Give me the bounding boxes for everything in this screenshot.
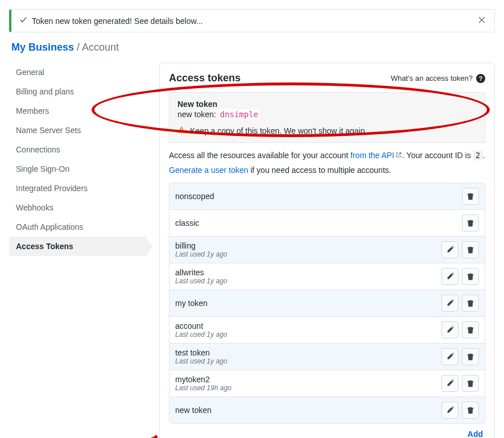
token-row: new token [170, 397, 485, 423]
delete-button[interactable] [462, 321, 479, 338]
token-value: dnsimple [218, 109, 260, 119]
breadcrumb: My Business / Account [9, 42, 495, 53]
alert-text: Token new token generated! See details b… [32, 16, 203, 26]
question-icon: ? [476, 74, 485, 83]
token-name: nonscoped [175, 192, 214, 201]
token-name: allwrites [175, 268, 227, 277]
api-link[interactable]: from the API [350, 151, 394, 160]
token-row: allwritesLast used 1y ago [170, 263, 485, 290]
new-token-title: New token [177, 100, 477, 109]
delete-button[interactable] [462, 375, 479, 392]
warning-text: Keep a copy of this token. We won't show… [190, 126, 367, 135]
token-row: accountLast used 1y ago [170, 317, 485, 344]
token-meta: Last used 1y ago [175, 250, 227, 258]
help-link[interactable]: What's an access token? ? [391, 74, 485, 83]
token-meta: Last used 1y ago [175, 357, 227, 365]
sidebar-item-general[interactable]: General [9, 63, 146, 82]
token-meta: Last used 1y ago [175, 277, 227, 285]
alert-bar: Token new token generated! See details b… [9, 9, 495, 32]
breadcrumb-page: Account [82, 42, 119, 53]
user-token-line: Generate a user token if you need access… [169, 166, 485, 175]
svg-rect-0 [181, 128, 181, 130]
token-name: billing [175, 241, 227, 250]
sidebar-item-name-server-sets[interactable]: Name Server Sets [9, 121, 146, 140]
annotation-arrow [126, 422, 171, 438]
add-button[interactable]: Add [468, 429, 483, 438]
token-meta: Last used 19h ago [175, 384, 232, 392]
check-icon [19, 16, 27, 26]
token-row: test tokenLast used 1y ago [170, 344, 485, 370]
warning-icon [177, 126, 185, 135]
delete-button[interactable] [462, 268, 479, 285]
close-icon[interactable] [477, 15, 486, 26]
sidebar: GeneralBilling and plansMembersName Serv… [9, 63, 146, 256]
delete-button[interactable] [462, 188, 479, 205]
sidebar-item-access-tokens[interactable]: Access Tokens [9, 237, 146, 256]
sidebar-item-oauth-applications[interactable]: OAuth Applications [9, 217, 146, 237]
delete-button[interactable] [462, 241, 479, 258]
token-name: account [175, 321, 227, 330]
token-name: my token [175, 299, 208, 308]
delete-button[interactable] [462, 214, 479, 232]
edit-button[interactable] [441, 295, 458, 312]
sidebar-item-integrated-providers[interactable]: Integrated Providers [9, 179, 146, 198]
edit-button[interactable] [441, 321, 458, 338]
sidebar-item-webhooks[interactable]: Webhooks [9, 198, 146, 217]
sidebar-item-single-sign-on[interactable]: Single Sign-On [9, 159, 146, 179]
token-list: nonscopedclassicbillingLast used 1y agoa… [169, 183, 485, 424]
edit-button[interactable] [441, 268, 458, 285]
page-title: Access tokens [169, 72, 241, 84]
generate-user-token-link[interactable]: Generate a user token [169, 166, 248, 175]
sidebar-item-connections[interactable]: Connections [9, 140, 146, 159]
edit-button[interactable] [441, 348, 458, 365]
description: Access all the resources available for y… [169, 151, 485, 160]
new-token-box: New token new token: dnsimple Keep a cop… [169, 92, 485, 143]
edit-button[interactable] [441, 241, 458, 258]
token-row: classic [170, 210, 485, 237]
token-name: mytoken2 [175, 375, 232, 384]
delete-button[interactable] [462, 402, 479, 419]
token-row: nonscoped [170, 183, 485, 210]
token-name: new token [175, 406, 212, 415]
breadcrumb-org[interactable]: My Business [11, 42, 74, 53]
main-panel: Access tokens What's an access token? ? … [159, 63, 495, 438]
token-row: mytoken2Last used 19h ago [170, 370, 485, 397]
token-name: classic [175, 218, 199, 228]
delete-button[interactable] [462, 348, 479, 365]
external-link-icon [395, 151, 402, 160]
delete-button[interactable] [462, 295, 479, 312]
token-row: billingLast used 1y ago [170, 237, 485, 263]
token-meta: Last used 1y ago [175, 330, 227, 338]
token-row: my token [170, 290, 485, 317]
sidebar-item-billing-and-plans[interactable]: Billing and plans [9, 82, 146, 101]
sidebar-item-members[interactable]: Members [9, 101, 146, 121]
token-name: test token [175, 348, 227, 357]
edit-button[interactable] [441, 375, 458, 392]
account-id: 2 [473, 150, 482, 160]
edit-button[interactable] [441, 402, 458, 419]
svg-rect-1 [181, 131, 181, 132]
